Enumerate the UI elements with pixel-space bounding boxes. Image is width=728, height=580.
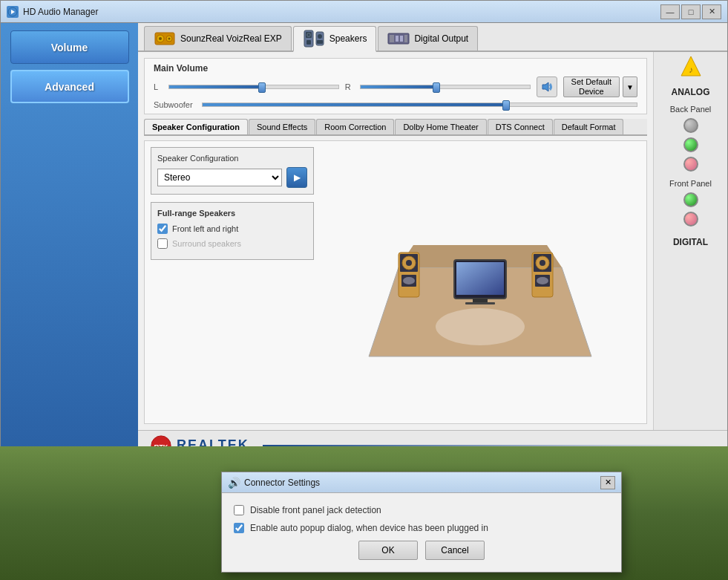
surround-label: Surround speakers	[172, 239, 241, 248]
svg-rect-29	[403, 277, 415, 284]
tab-sound-effects[interactable]: Sound Effects	[249, 119, 315, 134]
main-volume-slider[interactable]	[168, 85, 339, 89]
tab-speakers-label: Speakers	[329, 33, 367, 44]
sidebar: Volume Advanced	[1, 23, 138, 460]
dialog-close-button[interactable]: ✕	[600, 476, 615, 489]
speaker-config-select[interactable]: Stereo Quadraphonic 5.1 Surround 7.1 Sur…	[157, 169, 282, 186]
back-panel-jack-1[interactable]	[683, 118, 698, 133]
sidebar-item-volume[interactable]: Volume	[10, 30, 129, 64]
play-button[interactable]: ▶	[286, 167, 307, 188]
dialog-title: Connector Settings	[244, 478, 600, 488]
voizreal-icon	[154, 30, 176, 48]
svg-marker-20	[542, 82, 548, 91]
svg-text:♪: ♪	[689, 65, 693, 75]
window-controls: — □ ✕	[660, 4, 721, 19]
subwoofer-slider[interactable]	[202, 102, 637, 107]
option2-checkbox[interactable]	[234, 523, 244, 533]
window-title: HD Audio Manager	[23, 7, 660, 17]
tab-digital-label: Digital Output	[414, 33, 468, 44]
svg-point-33	[540, 260, 545, 266]
svg-point-22	[436, 308, 525, 345]
svg-rect-11	[306, 40, 311, 45]
svg-point-4	[159, 37, 162, 40]
main-volume-label: Main Volume	[154, 63, 637, 74]
config-box-label: Speaker Configuration	[157, 154, 307, 163]
svg-rect-18	[400, 36, 403, 42]
option1-label: Disable front panel jack detection	[250, 505, 381, 515]
main-content: Volume Advanced	[1, 23, 727, 460]
tab-default-format[interactable]: Default Format	[554, 119, 624, 134]
back-panel-jack-2[interactable]	[683, 137, 698, 152]
front-panel-jack-2[interactable]	[683, 212, 698, 227]
front-panel-jack-1[interactable]	[683, 192, 698, 207]
svg-rect-16	[390, 35, 394, 42]
tab-speaker-configuration[interactable]: Speaker Configuration	[144, 119, 248, 134]
back-panel-label: Back Panel	[670, 105, 712, 114]
surround-checkbox[interactable]	[157, 238, 168, 249]
option1-checkbox[interactable]	[234, 505, 244, 515]
svg-point-27	[406, 260, 412, 266]
svg-rect-38	[456, 262, 504, 295]
surround-row: Surround speakers	[157, 238, 307, 249]
svg-rect-14	[317, 40, 323, 44]
speakers-icon	[303, 30, 325, 48]
svg-point-6	[168, 38, 171, 40]
svg-rect-17	[396, 36, 399, 42]
mute-button[interactable]	[537, 76, 557, 97]
fullrange-title: Full-range Speakers	[157, 209, 307, 218]
minimize-button[interactable]: —	[660, 4, 680, 19]
analog-digital-panel: ♪ ANALOG Back Panel Front Panel DIGITAL	[653, 52, 727, 430]
close-button[interactable]: ✕	[702, 4, 721, 19]
tab-dts-connect[interactable]: DTS Connect	[488, 119, 553, 134]
option2-row: Enable auto popup dialog, when device ha…	[234, 523, 609, 533]
set-default-device-button[interactable]: Set DefaultDevice	[563, 76, 620, 97]
ok-button[interactable]: OK	[358, 541, 418, 560]
cancel-button[interactable]: Cancel	[425, 541, 485, 560]
tab-speakers[interactable]: Speakers	[293, 26, 377, 52]
dialog-buttons: OK Cancel	[234, 541, 609, 560]
default-device-dropdown[interactable]: ▼	[623, 76, 637, 97]
tab-dolby-home-theater[interactable]: Dolby Home Theater	[395, 119, 486, 134]
top-tab-bar: SounzReal VoizReal EXP	[138, 23, 727, 52]
svg-rect-39	[473, 299, 488, 302]
inner-tab-bar: Speaker Configuration Sound Effects Room…	[144, 119, 647, 136]
app-window: HD Audio Manager — □ ✕ Volume Advanced	[0, 0, 728, 460]
maximize-button[interactable]: □	[681, 4, 701, 19]
svg-point-10	[307, 34, 309, 36]
note-icon: ♪	[680, 55, 702, 77]
option1-row: Disable front panel jack detection	[234, 505, 609, 515]
vol-r-label: R	[345, 82, 354, 91]
volume-row: L R	[154, 76, 637, 97]
sidebar-item-advanced[interactable]: Advanced	[10, 70, 129, 103]
tab-room-correction[interactable]: Room Correction	[316, 119, 394, 134]
advanced-label: Advanced	[45, 81, 94, 93]
app-icon	[7, 6, 19, 18]
volume-section: Main Volume L R	[144, 58, 647, 114]
speaker-controls: Speaker Configuration Stereo Quadraphoni…	[151, 147, 314, 417]
front-lr-checkbox[interactable]	[157, 224, 168, 234]
right-panel: SounzReal VoizReal EXP	[138, 23, 727, 460]
speaker-visualization	[320, 147, 640, 417]
tab-voizreal-label: SounzReal VoizReal EXP	[180, 33, 282, 44]
digital-icon	[387, 30, 410, 48]
connector-settings-dialog: 🔊 Connector Settings ✕ Disable front pan…	[221, 472, 622, 573]
svg-rect-19	[404, 35, 407, 42]
analog-title: ANALOG	[672, 87, 710, 97]
svg-rect-35	[537, 277, 548, 284]
dialog-title-bar: 🔊 Connector Settings ✕	[222, 472, 621, 493]
front-lr-row: Front left and right	[157, 224, 307, 234]
svg-point-13	[318, 34, 322, 39]
title-bar: HD Audio Manager — □ ✕	[1, 1, 727, 23]
front-panel-label: Front Panel	[669, 179, 712, 188]
room-svg	[354, 178, 606, 386]
dialog-content: Disable front panel jack detection Enabl…	[222, 493, 621, 572]
fullrange-box: Full-range Speakers Front left and right…	[151, 202, 314, 260]
config-box: Speaker Configuration Stereo Quadraphoni…	[151, 147, 314, 195]
volume-label: Volume	[51, 42, 88, 53]
option2-label: Enable auto popup dialog, when device ha…	[250, 523, 488, 533]
speaker-config-panel: Speaker Configuration Stereo Quadraphoni…	[144, 140, 647, 424]
tab-digital-output[interactable]: Digital Output	[378, 26, 478, 50]
tab-voizreal[interactable]: SounzReal VoizReal EXP	[144, 26, 292, 50]
back-panel-jack-3[interactable]	[683, 157, 698, 172]
subwoofer-label: Subwoofer	[154, 100, 193, 109]
